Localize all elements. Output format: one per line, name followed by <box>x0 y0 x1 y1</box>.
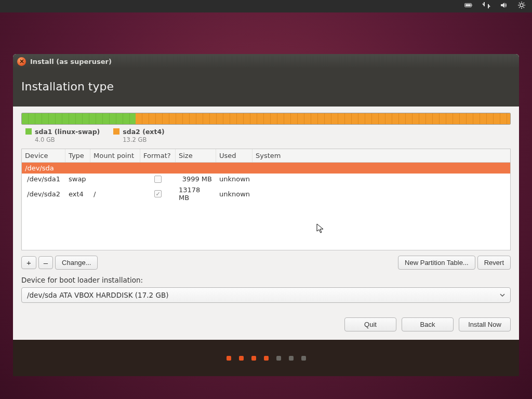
bar-segment-ext4[interactable] <box>136 113 510 124</box>
column-header[interactable]: Size <box>176 149 216 162</box>
disk-usage-bar[interactable]: sda1 (linux-swap)4.0 GBsda2 (ext4)13.2 G… <box>21 113 511 149</box>
cell-format[interactable] <box>140 174 176 184</box>
bootloader-label: Device for boot loader installation: <box>21 276 511 284</box>
legend-size: 4.0 GB <box>35 136 100 143</box>
cell-used: unknown <box>216 174 252 184</box>
legend-swatch <box>25 128 32 135</box>
cell-size: 13178 MB <box>176 184 216 203</box>
progress-dot <box>264 356 269 361</box>
revert-button[interactable]: Revert <box>477 256 511 270</box>
cell-mount <box>90 174 140 184</box>
change-partition-button[interactable]: Change... <box>55 256 98 270</box>
cell-device: /dev/sda1 <box>22 174 65 184</box>
cell-type: swap <box>65 174 90 184</box>
page-heading: Installation type <box>13 69 519 107</box>
partition-table[interactable]: DeviceTypeMount pointFormat?SizeUsedSyst… <box>21 149 511 250</box>
gear-icon[interactable] <box>517 1 526 11</box>
install-now-button[interactable]: Install Now <box>459 317 511 331</box>
partition-row[interactable]: /dev/sda2ext4/13178 MBunknown <box>22 184 510 203</box>
legend-title: sda1 (linux-swap) <box>35 128 100 136</box>
progress-dot <box>227 356 231 361</box>
cell-size: 3999 MB <box>176 174 216 184</box>
new-partition-table-button[interactable]: New Partition Table... <box>398 256 475 270</box>
cell-mount: / <box>90 184 140 203</box>
remove-partition-button[interactable]: – <box>38 256 53 269</box>
bar-segment-swap[interactable] <box>22 113 136 124</box>
progress-dot <box>289 356 294 361</box>
format-checkbox[interactable] <box>154 176 162 183</box>
column-header[interactable]: Device <box>22 149 65 162</box>
svg-rect-1 <box>471 5 472 6</box>
progress-dot <box>239 356 244 361</box>
close-button[interactable] <box>17 57 26 66</box>
svg-point-3 <box>520 4 523 7</box>
top-menubar <box>0 0 532 12</box>
add-partition-button[interactable]: + <box>21 256 36 269</box>
window-title: Install (as superuser) <box>30 58 112 65</box>
installer-window: Install (as superuser) Installation type… <box>13 54 519 376</box>
column-header[interactable]: Used <box>216 149 252 162</box>
cell-device: /dev/sda2 <box>22 184 65 203</box>
cell-used: unknown <box>216 184 252 203</box>
legend-size: 13.2 GB <box>123 136 165 143</box>
chevron-down-icon <box>500 291 505 299</box>
cell-system <box>252 174 510 184</box>
column-header[interactable]: Mount point <box>90 149 140 162</box>
bootloader-select[interactable]: /dev/sda ATA VBOX HARDDISK (17.2 GB) <box>21 287 511 303</box>
cell-system <box>252 184 510 203</box>
disk-row[interactable]: /dev/sda <box>22 163 510 174</box>
legend-item: sda2 (ext4)13.2 GB <box>113 128 165 143</box>
column-header[interactable]: System <box>252 149 510 162</box>
cell-type: ext4 <box>65 184 90 203</box>
column-header[interactable]: Type <box>65 149 90 162</box>
volume-icon[interactable] <box>500 1 508 11</box>
progress-dots <box>13 340 519 376</box>
legend-item: sda1 (linux-swap)4.0 GB <box>25 128 100 143</box>
legend-swatch <box>113 128 119 135</box>
format-checkbox[interactable] <box>154 190 162 197</box>
column-header[interactable]: Format? <box>140 149 176 162</box>
legend-title: sda2 (ext4) <box>123 128 165 136</box>
cell-format[interactable] <box>140 184 176 203</box>
svg-line-9 <box>524 7 525 8</box>
svg-line-8 <box>519 3 520 4</box>
network-icon[interactable] <box>482 1 490 11</box>
progress-dot <box>276 356 281 361</box>
bootloader-selected: /dev/sda ATA VBOX HARDDISK (17.2 GB) <box>27 291 168 299</box>
partition-row[interactable]: /dev/sda1swap3999 MBunknown <box>22 174 510 184</box>
battery-icon[interactable] <box>464 1 473 11</box>
quit-button[interactable]: Quit <box>344 317 396 331</box>
svg-line-11 <box>524 3 525 4</box>
progress-dot <box>301 356 306 361</box>
progress-dot <box>251 356 256 361</box>
titlebar[interactable]: Install (as superuser) <box>13 54 519 69</box>
svg-rect-2 <box>466 4 471 6</box>
svg-line-10 <box>519 7 520 8</box>
back-button[interactable]: Back <box>402 317 454 331</box>
